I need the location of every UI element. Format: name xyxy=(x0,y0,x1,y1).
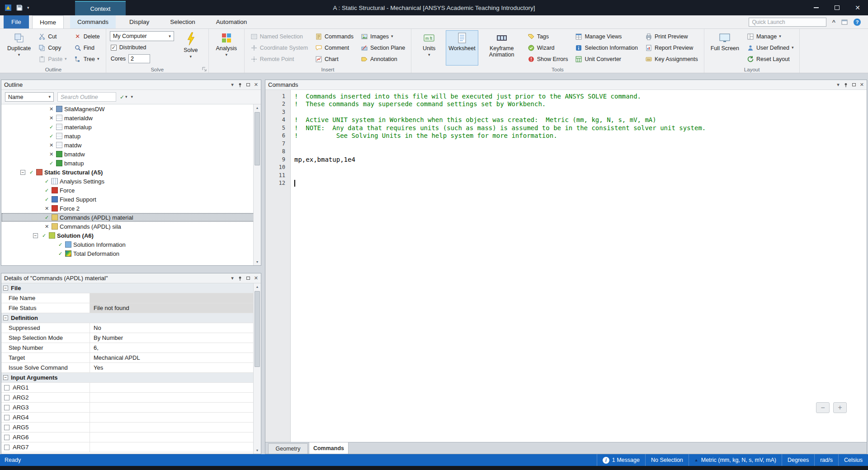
tree-item[interactable]: ✕SilaMagnesDW xyxy=(1,104,261,113)
details-row[interactable]: SuppressedNo xyxy=(1,323,253,333)
details-row-arg[interactable]: ARG4 xyxy=(1,413,253,423)
remote-point-button[interactable]: Remote Point xyxy=(248,54,310,64)
editor-line[interactable]: 9mp,ex,bmatup,1e4 xyxy=(265,155,867,164)
close-button[interactable]: ✕ xyxy=(847,0,868,15)
cores-input[interactable] xyxy=(128,54,150,63)
tab-automation[interactable]: Automation xyxy=(209,15,254,28)
collapse-expander-icon[interactable]: − xyxy=(33,233,38,238)
row-value[interactable] xyxy=(90,442,253,452)
scrollbar-thumb[interactable] xyxy=(255,291,260,367)
tab-home[interactable]: Home xyxy=(32,15,64,28)
tree-item-total-deformation[interactable]: ✓Total Deformation xyxy=(1,249,261,258)
tree-item-solution-information[interactable]: ✓Solution Information xyxy=(1,240,261,249)
comment-button[interactable]: Comment xyxy=(313,42,356,53)
tree-item-analysis-settings[interactable]: ✓Analysis Settings xyxy=(1,177,261,186)
annotation-button[interactable]: Annotation xyxy=(359,54,407,64)
help-icon[interactable]: ? xyxy=(854,19,861,26)
details-row[interactable]: File StatusFile not found xyxy=(1,303,253,313)
editor-line[interactable]: 1! Commands inserted into this file will… xyxy=(265,92,867,100)
unit-converter-button[interactable]: Unit Converter xyxy=(573,54,640,64)
editor-line[interactable]: 6! See Solving Units in the help system … xyxy=(265,132,867,140)
status-units[interactable]: ▲ Metric (mm, kg, N, s, mV, mA) xyxy=(689,454,782,466)
details-scrollbar[interactable]: ▲ ▼ xyxy=(253,283,261,454)
tree-options-button[interactable]: ▾ xyxy=(131,95,133,99)
collapse-ribbon-icon[interactable]: ^ xyxy=(832,19,835,25)
details-row-arg[interactable]: ARG6 xyxy=(1,432,253,442)
arg-checkbox[interactable] xyxy=(4,405,9,410)
solve-button[interactable]: Solve ▾ xyxy=(177,30,205,66)
editor-line[interactable]: 4! Active UNIT system in Workbench when … xyxy=(265,116,867,124)
details-row[interactable]: Issue Solve CommandYes xyxy=(1,363,253,373)
details-section-header[interactable]: −File xyxy=(1,283,253,293)
tab-commands[interactable]: Commands xyxy=(70,15,116,28)
close-panel-icon[interactable]: ✕ xyxy=(254,275,258,281)
tree-item[interactable]: ✓materialup xyxy=(1,122,261,132)
outline-scrollbar[interactable]: ▲ ▼ xyxy=(253,104,261,265)
scrollbar-thumb[interactable] xyxy=(255,112,260,165)
details-section-header[interactable]: −Input Arguments xyxy=(1,373,253,383)
arg-checkbox[interactable] xyxy=(4,445,9,450)
images-button[interactable]: Images ▾ xyxy=(359,31,407,42)
panel-menu-icon[interactable]: ▾ xyxy=(231,82,234,88)
pin-icon[interactable] xyxy=(238,276,242,281)
details-row[interactable]: TargetMechanical APDL xyxy=(1,353,253,363)
tree-item[interactable]: ✕matdw xyxy=(1,141,261,150)
status-angular-velocity[interactable]: rad/s xyxy=(814,454,838,466)
tab-geometry[interactable]: Geometry xyxy=(268,443,308,454)
panel-menu-icon[interactable]: ▾ xyxy=(231,275,234,281)
tree-item-force[interactable]: ✓Force xyxy=(1,186,261,195)
row-value[interactable]: By Number xyxy=(90,333,253,343)
editor-line[interactable]: 10 xyxy=(265,164,867,172)
distributed-checkbox[interactable]: ✓ xyxy=(111,45,117,51)
tree-item-fixed-support[interactable]: ✓Fixed Support xyxy=(1,195,261,204)
details-row[interactable]: File Name xyxy=(1,293,253,303)
details-section-header[interactable]: −Definition xyxy=(1,313,253,323)
chart-button[interactable]: Chart xyxy=(313,54,356,64)
cut-button[interactable]: Cut xyxy=(36,31,69,42)
row-value[interactable]: No xyxy=(90,323,253,333)
tab-commands-bottom[interactable]: Commands xyxy=(309,442,349,454)
arg-checkbox[interactable] xyxy=(4,415,9,420)
row-value[interactable] xyxy=(90,432,253,442)
tree-item-solution[interactable]: −✓Solution (A6) xyxy=(1,231,261,240)
tree-item-force-2[interactable]: ✕Force 2 xyxy=(1,204,261,213)
close-panel-icon[interactable]: ✕ xyxy=(254,82,258,88)
outline-search-input[interactable] xyxy=(57,92,116,102)
show-errors-button[interactable]: Show Errors xyxy=(525,54,571,64)
full-screen-button[interactable]: Full Screen xyxy=(708,30,742,66)
manage-button[interactable]: Manage ▾ xyxy=(745,31,796,42)
tree-item-commands-sila[interactable]: ✕Commands (APDL) sila xyxy=(1,222,261,231)
worksheet-button[interactable]: Worksheet xyxy=(446,30,478,66)
details-row[interactable]: Step Number6, xyxy=(1,343,253,353)
report-preview-button[interactable]: Report Preview xyxy=(643,42,700,53)
tree-item-commands-material-selected[interactable]: ✓Commands (APDL) material xyxy=(1,213,261,222)
find-button[interactable]: Find xyxy=(72,42,102,53)
named-selection-button[interactable]: Named Selection xyxy=(248,31,310,42)
editor-line[interactable]: 8 xyxy=(265,148,867,156)
row-value[interactable]: 6, xyxy=(90,343,253,352)
tab-selection[interactable]: Selection xyxy=(163,15,203,28)
details-row-arg[interactable]: ARG5 xyxy=(1,423,253,432)
details-row-arg[interactable]: ARG2 xyxy=(1,393,253,403)
commands-panel-header[interactable]: Commands ▾ ✕ xyxy=(265,80,867,90)
copy-button[interactable]: Copy xyxy=(36,42,69,53)
key-assignments-button[interactable]: Key Assignments xyxy=(643,54,700,64)
details-row[interactable]: Step Selection ModeBy Number xyxy=(1,333,253,343)
float-panel-icon[interactable] xyxy=(246,83,250,86)
tree-item[interactable]: ✕materialdw xyxy=(1,113,261,122)
minimize-button[interactable] xyxy=(806,0,826,15)
arg-checkbox[interactable] xyxy=(4,385,9,390)
tags-button[interactable]: Tags xyxy=(525,31,571,42)
editor-line[interactable]: 5! NOTE: Any data that requires units (s… xyxy=(265,124,867,132)
insert-commands-button[interactable]: Commands xyxy=(313,31,356,42)
outline-filter-select[interactable]: Name ▾ xyxy=(5,92,54,102)
tab-file[interactable]: File xyxy=(4,15,29,28)
collapse-expander-icon[interactable]: − xyxy=(20,170,25,175)
details-row-arg[interactable]: ARG7 xyxy=(1,442,253,452)
editor-line-current[interactable]: 12 xyxy=(265,179,867,188)
row-value[interactable] xyxy=(90,423,253,432)
user-defined-button[interactable]: User Defined ▾ xyxy=(745,42,796,53)
keyframe-animation-button[interactable]: Keyframe Animation xyxy=(481,30,523,66)
tree-item[interactable]: ✓matup xyxy=(1,132,261,141)
arg-checkbox[interactable] xyxy=(4,395,9,400)
